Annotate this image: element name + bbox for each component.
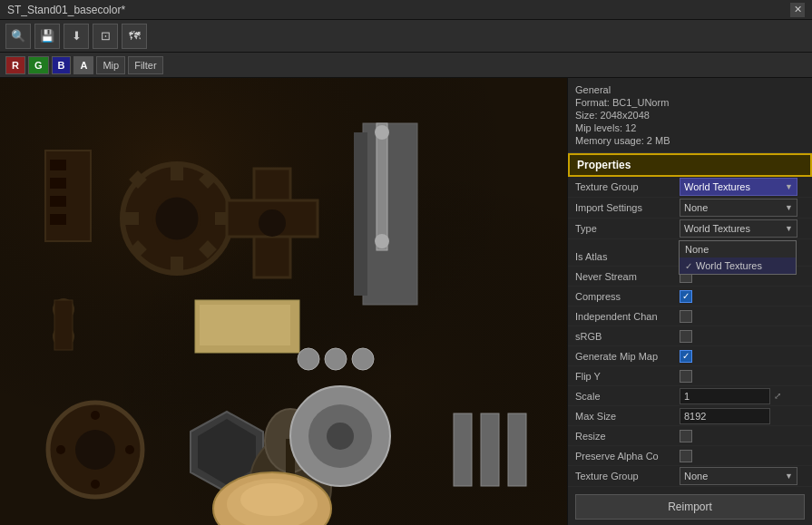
type-label: Type: [575, 223, 680, 234]
generate-mip-map-label: Generate Mip Map: [575, 351, 680, 362]
general-section: General Format: BC1_UNorm Size: 2048x204…: [568, 78, 812, 153]
type-arrow-icon: ▼: [785, 224, 793, 233]
right-panel: General Format: BC1_UNorm Size: 2048x204…: [567, 78, 812, 525]
svg-rect-52: [377, 123, 387, 250]
main-layout: General Format: BC1_UNorm Size: 2048x204…: [0, 78, 812, 525]
svg-point-29: [56, 445, 65, 454]
generate-mip-map-row: Generate Mip Map: [568, 346, 812, 366]
type-none-label: None: [685, 244, 709, 255]
is-atlas-label: Is Atlas: [575, 251, 680, 262]
channel-g-button[interactable]: G: [28, 56, 49, 74]
compress-checkbox[interactable]: [680, 290, 692, 303]
svg-rect-19: [354, 132, 367, 296]
max-size-label: Max Size: [575, 411, 680, 422]
reimport-button[interactable]: Reimport: [575, 494, 805, 520]
type-dropdown-menu[interactable]: None ✓ World Textures: [679, 240, 797, 275]
map-button[interactable]: 🗺: [122, 24, 147, 49]
svg-point-26: [75, 430, 115, 470]
svg-point-28: [91, 480, 100, 489]
resize-label: Resize: [575, 431, 680, 442]
texture-group-bottom-row: Texture Group None ▼: [568, 466, 812, 487]
srgb-checkbox[interactable]: [680, 330, 692, 343]
dropdown-arrow-icon: ▼: [785, 182, 793, 191]
type-option-none[interactable]: None: [680, 241, 796, 258]
scale-label: Scale: [575, 391, 680, 402]
format-row: Format: BC1_UNorm: [575, 96, 805, 109]
scale-row: Scale ⤢: [568, 386, 812, 406]
channel-bar: R G B A Mip Filter: [0, 53, 812, 78]
texture-preview-panel: [0, 78, 567, 525]
title-bar: ST_Stand01_basecolor* ✕: [0, 0, 812, 20]
mip-levels-row: Mip levels: 12: [575, 122, 805, 134]
checkmark-icon: ✓: [685, 261, 692, 271]
type-dropdown-value: World Textures: [684, 223, 750, 234]
svg-point-22: [259, 209, 286, 237]
texture-group-bottom-arrow-icon: ▼: [785, 472, 793, 481]
svg-rect-17: [50, 214, 66, 225]
size-row: Size: 2048x2048: [575, 109, 805, 122]
flip-y-label: Flip Y: [575, 371, 680, 382]
mip-button[interactable]: Mip: [96, 56, 125, 74]
resize-checkbox[interactable]: [680, 430, 692, 442]
preserve-alpha-checkbox[interactable]: [680, 450, 692, 462]
type-world-textures-label: World Textures: [696, 260, 762, 271]
texture-group-row: Texture Group World Textures ▼: [568, 177, 812, 198]
svg-rect-44: [481, 413, 499, 486]
frame-button[interactable]: ⊡: [93, 24, 118, 49]
texture-group-dropdown[interactable]: World Textures ▼: [680, 178, 797, 196]
max-size-row: Max Size: [568, 406, 812, 426]
scale-input[interactable]: [680, 388, 770, 404]
channel-a-button[interactable]: A: [73, 56, 93, 74]
save-button[interactable]: 💾: [34, 24, 60, 49]
download-button[interactable]: ⬇: [64, 24, 89, 49]
svg-point-53: [375, 125, 389, 140]
import-settings-row: Import Settings None ▼: [568, 198, 812, 219]
svg-point-30: [125, 445, 134, 454]
svg-point-38: [325, 348, 347, 370]
preserve-alpha-label: Preserve Alpha Co: [575, 451, 680, 462]
compress-row: Compress: [568, 287, 812, 306]
close-button[interactable]: ✕: [790, 3, 805, 17]
texture-group-bottom-label: Texture Group: [575, 471, 680, 481]
filter-button[interactable]: Filter: [128, 56, 162, 74]
scale-expand-icon[interactable]: ⤢: [774, 391, 781, 401]
srgb-row: sRGB: [568, 326, 812, 346]
svg-point-37: [298, 348, 319, 370]
preserve-alpha-row: Preserve Alpha Co: [568, 446, 812, 466]
generate-mip-map-checkbox[interactable]: [680, 350, 692, 363]
svg-rect-6: [171, 257, 183, 273]
independent-chan-checkbox[interactable]: [680, 310, 692, 323]
reimport-section: Reimport: [568, 487, 812, 525]
svg-rect-18: [363, 123, 417, 305]
svg-point-27: [91, 411, 100, 420]
type-dropdown[interactable]: World Textures ▼ None ✓ World Textures: [680, 219, 797, 238]
import-settings-dropdown[interactable]: None ▼: [680, 199, 797, 217]
texture-group-bottom-dropdown[interactable]: None ▼: [680, 467, 797, 485]
search-button[interactable]: 🔍: [5, 24, 31, 49]
max-size-input[interactable]: [680, 408, 770, 424]
never-stream-label: Never Stream: [575, 271, 680, 282]
svg-rect-16: [50, 196, 66, 207]
svg-rect-7: [122, 212, 139, 225]
channel-r-button[interactable]: R: [5, 56, 25, 74]
svg-point-39: [352, 348, 374, 370]
svg-rect-45: [508, 413, 526, 486]
type-row: Type World Textures ▼ None ✓ World Textu…: [568, 219, 812, 239]
texture-group-label: Texture Group: [575, 181, 680, 192]
texture-canvas[interactable]: [0, 78, 567, 525]
flip-y-checkbox[interactable]: [680, 370, 692, 383]
general-label: General: [575, 83, 805, 96]
type-option-world-textures[interactable]: ✓ World Textures: [680, 258, 796, 274]
window-title: ST_Stand01_basecolor*: [7, 4, 125, 16]
srgb-label: sRGB: [575, 331, 680, 342]
properties-header: Properties: [568, 153, 812, 177]
svg-rect-14: [50, 160, 66, 170]
import-settings-label: Import Settings: [575, 202, 680, 213]
svg-point-4: [154, 196, 200, 241]
channel-b-button[interactable]: B: [52, 56, 72, 74]
import-settings-arrow-icon: ▼: [785, 203, 793, 212]
resize-row: Resize: [568, 426, 812, 446]
toolbar: 🔍 💾 ⬇ ⊡ 🗺: [0, 20, 812, 53]
svg-point-54: [375, 234, 389, 248]
flip-y-row: Flip Y: [568, 366, 812, 386]
